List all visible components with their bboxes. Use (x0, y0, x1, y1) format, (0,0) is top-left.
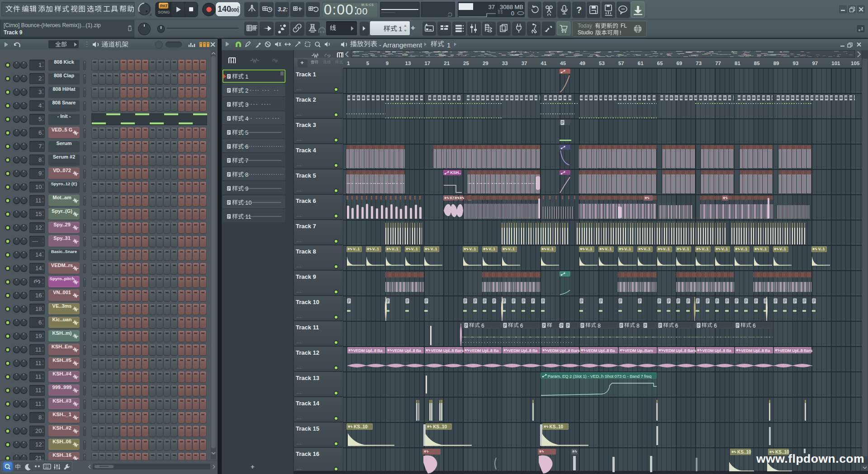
svg-text:3.2:: 3.2: (278, 6, 288, 13)
svg-text:?: ? (576, 5, 582, 15)
